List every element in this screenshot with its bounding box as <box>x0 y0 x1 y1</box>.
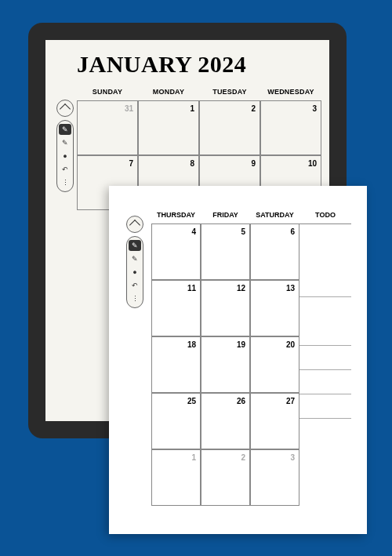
undo-icon[interactable]: ↶ <box>129 280 141 291</box>
day-header: SUNDAY <box>77 85 138 100</box>
chevron-up-icon <box>60 104 71 114</box>
day-cell[interactable]: 1 <box>151 449 201 506</box>
pen-tool-icon[interactable]: ✎ <box>59 124 71 135</box>
pen2-tool-icon[interactable]: ✎ <box>129 253 141 264</box>
pen2-tool-icon[interactable]: ✎ <box>59 137 71 148</box>
marker-tool-icon[interactable]: ● <box>129 267 141 278</box>
chevron-up-icon <box>129 220 140 231</box>
calendar-page-right: THURSDAY FRIDAY SATURDAY 4 5 6 11 12 13 … <box>109 186 367 534</box>
day-cell[interactable]: 20 <box>250 336 299 393</box>
day-cell[interactable]: 5 <box>201 223 250 280</box>
day-header: THURSDAY <box>151 211 201 223</box>
day-cell[interactable]: 4 <box>151 223 201 280</box>
day-cell[interactable]: 1 <box>138 100 199 155</box>
day-cell[interactable]: 27 <box>250 393 299 449</box>
day-cell[interactable]: 3 <box>260 100 321 155</box>
day-header: WEDNESDAY <box>260 85 321 100</box>
day-cell[interactable]: 19 <box>201 336 250 393</box>
todo-lines[interactable] <box>299 223 351 506</box>
collapse-button[interactable] <box>126 216 143 233</box>
day-cell[interactable]: 26 <box>201 393 250 449</box>
day-cell[interactable]: 31 <box>77 100 138 155</box>
day-header: SATURDAY <box>250 211 299 223</box>
undo-icon[interactable]: ↶ <box>59 164 71 175</box>
day-cell[interactable]: 6 <box>250 223 299 280</box>
calendar-grid-right: THURSDAY FRIDAY SATURDAY 4 5 6 11 12 13 … <box>151 211 299 506</box>
pen-tool-icon[interactable]: ✎ <box>129 240 141 251</box>
tool-palette: ✎ ✎ ● ↶ ⋮ <box>126 236 143 308</box>
day-header: TUESDAY <box>199 85 260 100</box>
collapse-button[interactable] <box>56 100 74 117</box>
more-icon[interactable]: ⋮ <box>59 177 71 188</box>
day-cell[interactable]: 11 <box>151 280 201 336</box>
toolbar: ✎ ✎ ● ↶ ⋮ <box>56 100 75 192</box>
month-title: JANUARY 2024 <box>45 40 329 79</box>
day-cell[interactable]: 18 <box>151 336 201 393</box>
day-cell[interactable]: 2 <box>199 100 260 155</box>
day-cell[interactable]: 2 <box>201 449 250 506</box>
day-header: FRIDAY <box>201 211 250 223</box>
toolbar: ✎ ✎ ● ↶ ⋮ <box>126 216 145 308</box>
todo-column: TODO <box>299 211 351 506</box>
day-cell[interactable]: 12 <box>201 280 250 336</box>
todo-header: TODO <box>299 211 351 223</box>
day-cell[interactable]: 25 <box>151 393 201 449</box>
day-header: MONDAY <box>138 85 199 100</box>
day-cell[interactable]: 3 <box>250 449 299 506</box>
day-cell[interactable]: 13 <box>250 280 299 336</box>
more-icon[interactable]: ⋮ <box>129 293 141 304</box>
tool-palette: ✎ ✎ ● ↶ ⋮ <box>56 120 74 192</box>
marker-tool-icon[interactable]: ● <box>59 151 71 162</box>
